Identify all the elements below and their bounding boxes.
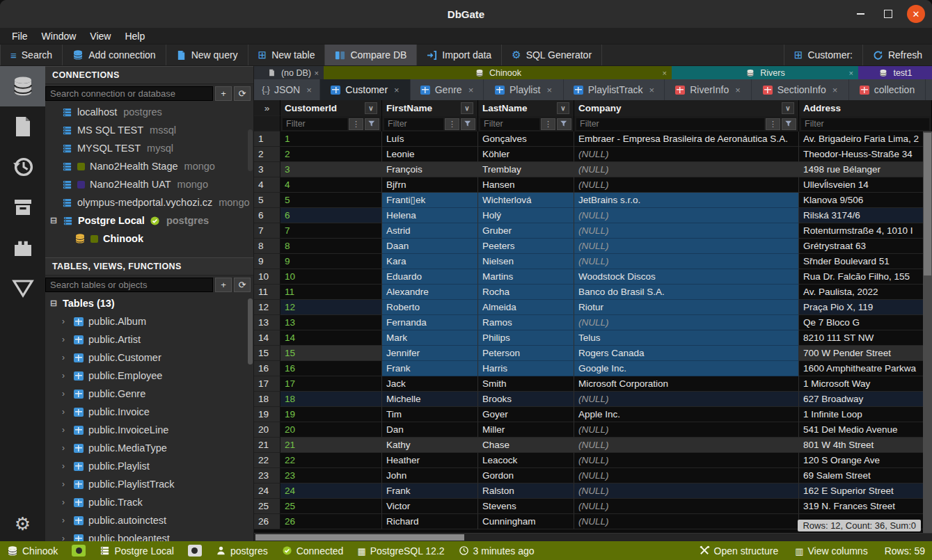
- cell-lastname[interactable]: Martins: [478, 269, 574, 285]
- chevron-right-icon[interactable]: ›: [62, 389, 69, 399]
- cell-address[interactable]: 319 N. Frances Street: [799, 499, 932, 514]
- cell-firstname[interactable]: Astrid: [382, 223, 478, 239]
- cell-company[interactable]: Embraer - Empresa Brasileira de Aeronáut…: [574, 131, 799, 147]
- table-item[interactable]: › public.Invoice: [45, 403, 253, 421]
- connection-item[interactable]: Nano2Health UAT mongo: [45, 175, 253, 193]
- connection-item[interactable]: MS SQL TEST mssql: [45, 121, 253, 139]
- minimize-button[interactable]: [851, 5, 869, 23]
- connection-item[interactable]: olympus-medportal.vychozi.cz mongo: [45, 193, 253, 211]
- cell-company[interactable]: Rogers Canada: [574, 346, 799, 361]
- filter-funnel-icon[interactable]: [461, 118, 475, 130]
- status-rows-59[interactable]: Rows: 59: [885, 545, 925, 557]
- cell-customerid[interactable]: 11: [281, 285, 382, 300]
- tab-riverinfo[interactable]: RiverInfo ×: [665, 79, 752, 100]
- cell-lastname[interactable]: Ralston: [478, 483, 574, 499]
- cell-firstname[interactable]: Mark: [382, 330, 478, 346]
- column-header-lastname[interactable]: LastName ∨: [478, 100, 574, 116]
- refresh-tables-button[interactable]: ⟳: [234, 278, 251, 292]
- cell-company[interactable]: Woodstock Discos: [574, 269, 799, 285]
- cell-lastname[interactable]: Köhler: [478, 147, 574, 162]
- cell-firstname[interactable]: Jack: [382, 376, 478, 392]
- toolbar-import-data-button[interactable]: Import data: [417, 45, 502, 65]
- cell-lastname[interactable]: Tremblay: [478, 162, 574, 177]
- color-chip[interactable]: [72, 545, 86, 557]
- cell-address[interactable]: 1600 Amphitheatre Parkwa: [799, 361, 932, 376]
- cell-address[interactable]: 1498 rue Bélanger: [799, 162, 932, 177]
- cell-company[interactable]: Google Inc.: [574, 361, 799, 376]
- chevron-right-icon[interactable]: ›: [62, 461, 69, 471]
- cell-address[interactable]: 1 Infinite Loop: [799, 407, 932, 422]
- connection-item[interactable]: ⊟ Postgre Local postgres: [45, 211, 253, 230]
- cell-firstname[interactable]: Bjřrn: [382, 177, 478, 193]
- table-item[interactable]: › public.PlaylistTrack: [45, 475, 253, 493]
- cell-lastname[interactable]: Nielsen: [478, 254, 574, 269]
- table-item[interactable]: › public.autoinctest: [45, 511, 253, 529]
- cell-firstname[interactable]: Roberto: [382, 300, 478, 315]
- filter-funnel-icon[interactable]: [365, 118, 379, 130]
- cell-lastname[interactable]: Harris: [478, 361, 574, 376]
- cell-address[interactable]: Av. Brigadeiro Faria Lima, 2: [799, 131, 932, 147]
- tab-genre[interactable]: Genre ×: [411, 79, 484, 100]
- collapse-icon[interactable]: ⊟: [49, 298, 58, 308]
- cell-customerid[interactable]: 10: [281, 269, 382, 285]
- cell-address[interactable]: Av. Paulista, 2022: [799, 285, 932, 300]
- tab-playlisttrack[interactable]: PlaylistTrack ×: [564, 79, 665, 100]
- table-row[interactable]: 8 8 Daan Peeters (NULL) Grétrystraat 63: [254, 239, 932, 254]
- cell-company[interactable]: (NULL): [574, 453, 799, 468]
- cell-address[interactable]: Sřnder Boulevard 51: [799, 254, 932, 269]
- cell-customerid[interactable]: 5: [281, 193, 382, 208]
- db-tab-Rivers[interactable]: Rivers ×: [672, 66, 858, 79]
- connection-item[interactable]: Chinook: [45, 230, 253, 248]
- table-row[interactable]: 10 10 Eduardo Martins Woodstock Discos R…: [254, 269, 932, 285]
- cell-firstname[interactable]: Franti▯ek: [382, 193, 478, 208]
- cell-firstname[interactable]: Fernanda: [382, 315, 478, 330]
- cell-lastname[interactable]: Leacock: [478, 453, 574, 468]
- cell-customerid[interactable]: 14: [281, 330, 382, 346]
- close-tab-icon[interactable]: ×: [306, 85, 312, 95]
- cell-company[interactable]: (NULL): [574, 438, 799, 453]
- cell-firstname[interactable]: Victor: [382, 499, 478, 514]
- table-row[interactable]: 12 12 Roberto Almeida Riotur Praça Pio X…: [254, 300, 932, 315]
- table-row[interactable]: 22 22 Heather Leacock (NULL) 120 S Orang…: [254, 453, 932, 468]
- cell-company[interactable]: (NULL): [574, 468, 799, 483]
- tab-playlist[interactable]: Playlist ×: [484, 79, 564, 100]
- table-row[interactable]: 4 4 Bjřrn Hansen (NULL) Ullevĺlsveien 14: [254, 177, 932, 193]
- tables-scrollbar[interactable]: [248, 298, 253, 365]
- toolbar-new-table-button[interactable]: ⊞New table: [248, 45, 326, 65]
- chevron-right-icon[interactable]: ›: [62, 479, 69, 489]
- cell-company[interactable]: (NULL): [574, 514, 799, 529]
- db-tab-test1[interactable]: test1: [858, 66, 932, 79]
- column-dropdown-icon[interactable]: ∨: [461, 102, 473, 114]
- status-view-columns[interactable]: ▥View columns: [795, 545, 867, 557]
- cell-lastname[interactable]: Chase: [478, 438, 574, 453]
- cell-firstname[interactable]: Kara: [382, 254, 478, 269]
- table-item[interactable]: › public.Genre: [45, 385, 253, 403]
- cell-lastname[interactable]: Miller: [478, 422, 574, 438]
- collapse-icon[interactable]: ⊟: [49, 216, 58, 225]
- cell-lastname[interactable]: Brooks: [478, 392, 574, 407]
- table-row[interactable]: 2 2 Leonie Köhler (NULL) Theodor-Heuss-S…: [254, 147, 932, 162]
- cell-lastname[interactable]: Stevens: [478, 499, 574, 514]
- status-chip[interactable]: [188, 545, 202, 557]
- cell-firstname[interactable]: Dan: [382, 422, 478, 438]
- table-item[interactable]: › public.Playlist: [45, 457, 253, 475]
- tables-search-input[interactable]: [45, 278, 213, 292]
- cell-firstname[interactable]: Heather: [382, 453, 478, 468]
- cell-customerid[interactable]: 20: [281, 422, 382, 438]
- cell-address[interactable]: 69 Salem Street: [799, 468, 932, 483]
- filter-funnel-icon[interactable]: [557, 118, 571, 130]
- cell-address[interactable]: Grétrystraat 63: [799, 239, 932, 254]
- cell-lastname[interactable]: Peeters: [478, 239, 574, 254]
- table-row[interactable]: 9 9 Kara Nielsen (NULL) Sřnder Boulevard…: [254, 254, 932, 269]
- cell-firstname[interactable]: Kathy: [382, 438, 478, 453]
- cell-company[interactable]: (NULL): [574, 208, 799, 223]
- column-dropdown-icon[interactable]: ∨: [365, 102, 377, 114]
- cell-company[interactable]: (NULL): [574, 499, 799, 514]
- cell-firstname[interactable]: Frank: [382, 483, 478, 499]
- close-button[interactable]: ✕: [907, 5, 925, 23]
- cell-customerid[interactable]: 4: [281, 177, 382, 193]
- cell-customerid[interactable]: 21: [281, 438, 382, 453]
- cell-address[interactable]: Qe 7 Bloco G: [799, 315, 932, 330]
- chevron-right-icon[interactable]: ›: [62, 497, 69, 507]
- cell-address[interactable]: 162 E Superior Street: [799, 483, 932, 499]
